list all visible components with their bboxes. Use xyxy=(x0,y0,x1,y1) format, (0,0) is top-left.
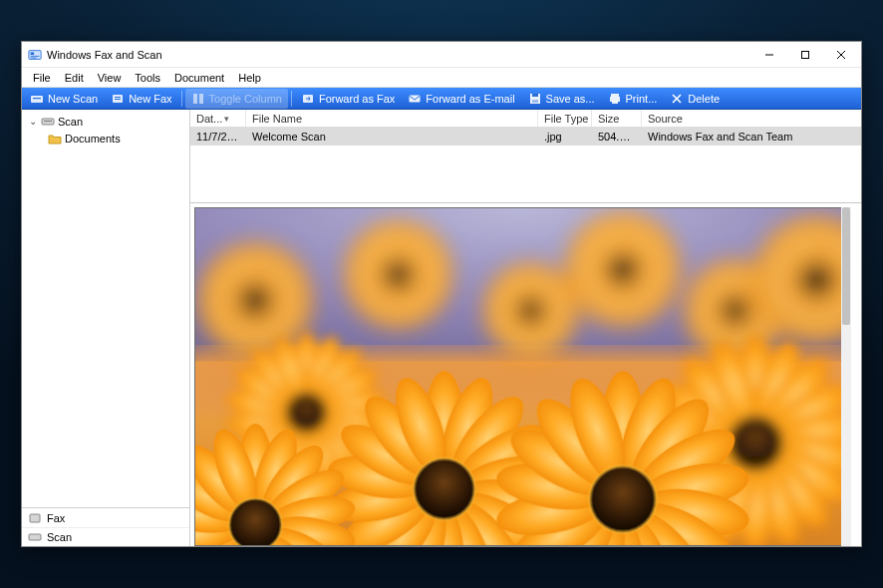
nav-switcher: Fax Scan xyxy=(22,507,189,546)
sidebar: ⌄ Scan Documents Fax Scan xyxy=(22,110,190,546)
scrollbar-thumb[interactable] xyxy=(842,207,850,325)
svg-rect-10 xyxy=(193,94,197,104)
forward-as-email-button[interactable]: Forward as E-mail xyxy=(402,89,520,109)
scanner-icon xyxy=(28,530,42,544)
svg-rect-13 xyxy=(410,95,421,102)
svg-rect-21 xyxy=(44,121,52,122)
forward-as-fax-label: Forward as Fax xyxy=(319,93,395,105)
cell-source: Windows Fax and Scan Team xyxy=(642,129,861,145)
tree-node-documents[interactable]: Documents xyxy=(26,130,185,147)
toolbar-separator xyxy=(291,91,292,107)
new-fax-button[interactable]: New Fax xyxy=(105,89,177,109)
svg-rect-4 xyxy=(802,51,809,58)
delete-button[interactable]: Delete xyxy=(664,89,726,109)
tree-node-scan[interactable]: ⌄ Scan xyxy=(26,113,185,130)
nav-scan-label: Scan xyxy=(47,531,72,543)
fax-icon xyxy=(28,511,42,525)
svg-rect-8 xyxy=(115,97,121,98)
preview-scrollbar[interactable] xyxy=(841,207,851,546)
preview-pane[interactable] xyxy=(190,203,861,546)
toolbar: New Scan New Fax Toggle Column Forward a… xyxy=(22,88,861,110)
mail-icon xyxy=(408,92,422,106)
svg-rect-1 xyxy=(31,52,35,55)
cell-date: 11/7/202... xyxy=(190,129,246,145)
save-as-label: Save as... xyxy=(546,93,595,105)
folder-tree[interactable]: ⌄ Scan Documents xyxy=(22,110,189,507)
table-row[interactable]: 11/7/202... Welcome Scan .jpg 504.3 KB W… xyxy=(190,128,861,146)
nav-fax-label: Fax xyxy=(47,512,65,524)
menu-document[interactable]: Document xyxy=(167,70,231,86)
app-title: Windows Fax and Scan xyxy=(47,49,162,61)
menu-bar: File Edit View Tools Document Help xyxy=(22,68,861,88)
tree-node-scan-label: Scan xyxy=(58,116,83,128)
cell-filetype: .jpg xyxy=(538,129,592,145)
col-filetype[interactable]: File Type xyxy=(538,110,592,127)
svg-rect-15 xyxy=(532,94,538,97)
menu-file[interactable]: File xyxy=(26,70,58,86)
file-list[interactable]: Dat... ▾ File Name File Type Size Source… xyxy=(190,110,861,203)
print-button[interactable]: Print... xyxy=(602,89,664,109)
column-headers[interactable]: Dat... ▾ File Name File Type Size Source xyxy=(190,110,861,128)
delete-icon xyxy=(670,92,684,106)
title-bar: Windows Fax and Scan xyxy=(22,42,861,68)
chevron-down-icon[interactable]: ⌄ xyxy=(28,116,38,127)
window-controls xyxy=(751,43,859,67)
close-button[interactable] xyxy=(823,43,859,67)
app-window: Windows Fax and Scan File Edit View Tool… xyxy=(21,41,862,547)
print-icon xyxy=(608,92,622,106)
print-label: Print... xyxy=(626,93,658,105)
svg-rect-16 xyxy=(532,100,538,103)
tree-node-documents-label: Documents xyxy=(65,133,121,145)
sort-desc-icon: ▾ xyxy=(224,114,229,124)
col-filename[interactable]: File Name xyxy=(246,110,538,127)
maximize-button[interactable] xyxy=(787,43,823,67)
col-size[interactable]: Size xyxy=(592,110,642,127)
content-area: Dat... ▾ File Name File Type Size Source… xyxy=(190,110,861,546)
preview-image xyxy=(194,207,847,546)
toggle-column-button[interactable]: Toggle Column xyxy=(185,89,288,109)
nav-scan-button[interactable]: Scan xyxy=(22,527,189,546)
menu-edit[interactable]: Edit xyxy=(58,70,91,86)
toggle-column-label: Toggle Column xyxy=(209,93,282,105)
new-scan-button[interactable]: New Scan xyxy=(24,89,104,109)
svg-rect-17 xyxy=(611,94,619,97)
svg-rect-3 xyxy=(31,57,37,58)
svg-rect-9 xyxy=(115,99,121,100)
forward-as-fax-button[interactable]: Forward as Fax xyxy=(295,89,401,109)
svg-rect-6 xyxy=(33,98,41,99)
cell-size: 504.3 KB xyxy=(592,129,642,145)
delete-label: Delete xyxy=(688,93,720,105)
svg-rect-2 xyxy=(31,55,40,56)
cell-filename: Welcome Scan xyxy=(246,129,538,145)
folder-icon xyxy=(48,132,62,146)
column-icon xyxy=(191,92,205,106)
col-date-label: Dat... xyxy=(196,113,222,125)
new-scan-label: New Scan xyxy=(48,93,98,105)
new-fax-label: New Fax xyxy=(129,93,171,105)
main-area: ⌄ Scan Documents Fax Scan xyxy=(22,110,861,546)
scanner-icon xyxy=(41,115,55,129)
scanner-icon xyxy=(30,92,44,106)
fax-icon xyxy=(111,92,125,106)
svg-rect-5 xyxy=(31,96,43,103)
minimize-button[interactable] xyxy=(751,43,787,67)
svg-rect-22 xyxy=(30,514,40,522)
svg-rect-11 xyxy=(199,94,203,104)
menu-view[interactable]: View xyxy=(91,70,129,86)
menu-tools[interactable]: Tools xyxy=(128,70,167,86)
col-source[interactable]: Source xyxy=(642,110,861,127)
save-icon xyxy=(528,92,542,106)
col-date[interactable]: Dat... ▾ xyxy=(190,110,246,127)
nav-fax-button[interactable]: Fax xyxy=(22,508,189,527)
forward-as-email-label: Forward as E-mail xyxy=(426,93,514,105)
save-as-button[interactable]: Save as... xyxy=(522,89,601,109)
svg-rect-23 xyxy=(29,534,41,540)
forward-fax-icon xyxy=(301,92,315,106)
menu-help[interactable]: Help xyxy=(231,70,268,86)
toolbar-separator xyxy=(181,91,182,107)
app-icon xyxy=(28,48,42,62)
svg-rect-19 xyxy=(612,101,618,104)
